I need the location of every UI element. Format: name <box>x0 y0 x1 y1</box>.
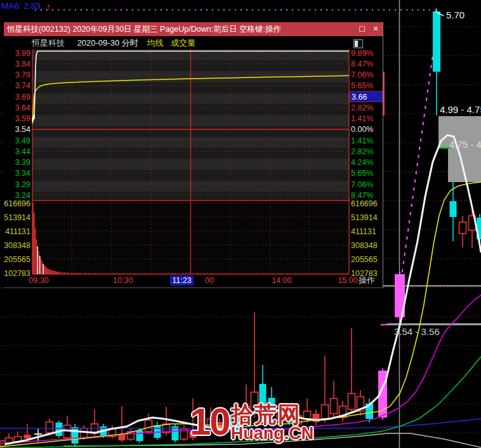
stock-name-label: 恒星科技 <box>32 38 65 48</box>
pct-axis-label: 2.82% <box>351 103 373 112</box>
pct-axis-label: 9.89% <box>351 49 373 58</box>
cursor-price-badge <box>350 91 383 102</box>
candle-body <box>46 422 53 433</box>
maximize-button[interactable]: □ <box>357 22 368 36</box>
candle-body <box>72 427 79 444</box>
annotation-gap-3: 3.54 - 3.56 <box>394 326 440 337</box>
window-titlebar[interactable]: 恒星科技(002132) 2020年09月30日 星期三 PageUp/Down… <box>4 22 383 36</box>
pct-axis-label: 8.47% <box>351 191 373 200</box>
candle-body <box>322 405 329 419</box>
volume-axis-label: 513914 <box>351 213 378 222</box>
pct-axis-label: 4.24% <box>351 158 373 167</box>
pct-axis-label: 1.41% <box>351 136 373 145</box>
price-axis-label: 3.89 <box>15 49 30 58</box>
time-axis-label: 09:30 <box>29 276 48 285</box>
candle-body <box>450 201 457 217</box>
volume-axis-label: 308348 <box>4 241 30 250</box>
price-axis-label: 3.29 <box>15 180 30 189</box>
cursor-time-badge <box>170 275 194 286</box>
dotted-ma-fragment <box>381 324 391 325</box>
pct-axis-label: 5.65% <box>351 169 373 178</box>
candle-body <box>154 425 161 438</box>
annotation-high-price: 5.70 <box>446 10 465 20</box>
price-axis-label: 3.69 <box>15 93 30 102</box>
candle-body <box>304 411 311 419</box>
annotation-gap-2: 4.75 - 4.5 <box>449 139 481 150</box>
price-axis-label: 3.44 <box>15 147 30 156</box>
volume-axis-label: 411131 <box>5 227 30 236</box>
chart-subheader: 恒星科技 2020-09-30 分时 均线 成交量 <box>4 36 383 49</box>
minute-chart-window[interactable]: 恒星科技(002132) 2020年09月30日 星期三 PageUp/Down… <box>4 22 383 288</box>
up-arrow-icon: ↑ <box>46 1 51 12</box>
minute-price-plot[interactable] <box>32 49 349 201</box>
minute-volume-plot[interactable] <box>32 201 349 274</box>
time-axis-label: 00 <box>205 276 214 285</box>
date-mode-label: 2020-09-30 分时 <box>77 38 138 48</box>
volume-indicator-label: 成交量 <box>171 38 195 48</box>
time-axis-label: 14:00 <box>272 276 291 285</box>
indicator-value-label: MA6: 2.83 <box>1 1 41 11</box>
split-pane-icon[interactable] <box>353 39 363 48</box>
candle-body <box>331 399 338 414</box>
price-axis-label: 3.54 <box>15 125 30 134</box>
price-axis-label: 3.84 <box>15 60 30 69</box>
cursor-time-value: 11:23 <box>172 276 191 285</box>
pct-axis-label: 1.41% <box>351 114 373 123</box>
volume-axis-label: 205565 <box>4 255 30 264</box>
time-axis-label: 15:00 <box>338 276 357 285</box>
price-axis-label: 3.64 <box>15 103 30 112</box>
pct-axis-label: 0.00% <box>351 125 373 134</box>
candle-body <box>56 423 63 436</box>
window-title: 恒星科技(002132) 2020年09月30日 星期三 PageUp/Down… <box>4 25 281 34</box>
volume-axis-label: 411131 <box>351 227 376 236</box>
cursor-price-value: 3.66 <box>352 93 367 102</box>
ma-indicator-label: 均线 <box>147 38 163 48</box>
candle-body <box>81 428 88 438</box>
price-axis-label: 3.79 <box>15 70 30 79</box>
pct-axis-label: 2.82% <box>351 147 373 156</box>
pct-axis-label: 7.06% <box>351 180 373 189</box>
volume-axis-label: 616696 <box>4 199 30 208</box>
close-button[interactable]: × <box>370 22 381 36</box>
time-axis-label: 10:30 <box>113 276 133 285</box>
pct-axis-label: 7.06% <box>351 70 373 79</box>
candle-body <box>433 11 440 72</box>
volume-axis-label: 308348 <box>351 241 378 250</box>
action-button[interactable]: 操作 <box>359 275 381 286</box>
price-axis-label: 3.24 <box>15 191 30 200</box>
pct-axis-label: 5.65% <box>351 81 373 90</box>
candle-body <box>24 435 31 438</box>
candle-body <box>268 398 275 412</box>
candle-body <box>459 222 466 234</box>
dotted-ma-line <box>401 37 435 280</box>
volume-axis-label: 616696 <box>351 199 378 208</box>
price-axis-label: 3.74 <box>15 81 30 90</box>
price-axis-label: 3.39 <box>15 158 30 167</box>
volume-axis-label: 102783 <box>4 269 30 278</box>
candle-body <box>145 420 152 432</box>
candle-body <box>260 384 267 406</box>
pct-axis-label: 8.47% <box>351 60 373 69</box>
candle-body <box>190 432 197 438</box>
candle-body <box>348 393 355 409</box>
volume-axis-label: 513914 <box>4 213 30 222</box>
annotation-gap-1: 4.99 - 4.75 <box>440 104 481 115</box>
app-root: 5.704.99 - 4.754.75 - 4.53.54 - 3.56MA6:… <box>0 0 481 448</box>
price-axis-label: 3.34 <box>15 169 30 178</box>
price-axis-label: 3.59 <box>15 114 30 123</box>
volume-axis-label: 205565 <box>351 255 378 264</box>
candle-body <box>136 430 143 441</box>
price-axis-label: 3.49 <box>15 136 30 145</box>
